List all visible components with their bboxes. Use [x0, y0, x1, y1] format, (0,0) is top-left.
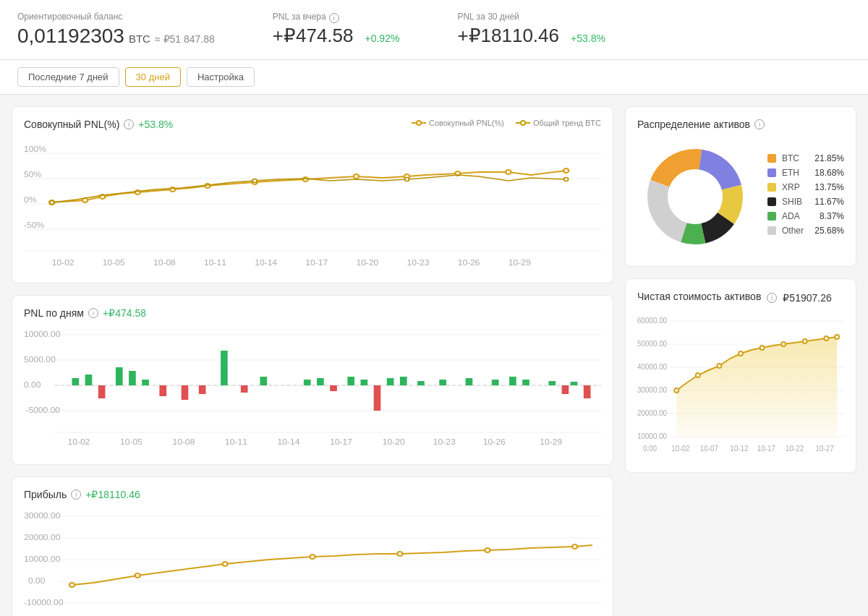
legend-name-other: Other — [782, 226, 809, 236]
svg-point-112 — [222, 562, 227, 566]
filter-custom[interactable]: Настройка — [187, 67, 255, 87]
pnl-yesterday-value: +₽474.58 — [273, 25, 354, 47]
balance-rub: ≈ ₽51 847.88 — [155, 33, 215, 45]
svg-text:10-17: 10-17 — [305, 259, 328, 267]
svg-rect-65 — [221, 351, 228, 385]
svg-rect-83 — [182, 385, 189, 400]
filter-30days[interactable]: 30 дней — [125, 67, 181, 87]
pnl-30-section: PNL за 30 дней +₽18110.46 +53.8% — [457, 12, 605, 47]
pnl-pct-title: Совокупный PNL(%) i +53.8% — [24, 119, 173, 130]
svg-text:10-23: 10-23 — [433, 438, 456, 446]
svg-text:30000.00: 30000.00 — [637, 386, 668, 394]
net-assets-value: ₽51907.26 — [783, 292, 831, 304]
svg-rect-84 — [199, 385, 206, 394]
net-assets-title-row: Чистая стоимость активов i ₽51907.26 — [637, 291, 844, 305]
balance-currency: BTC — [129, 33, 150, 45]
svg-text:10-23: 10-23 — [407, 259, 430, 267]
svg-point-35 — [563, 168, 569, 173]
legend-color-eth — [767, 168, 776, 177]
pnl-pct-info-icon[interactable]: i — [124, 119, 134, 129]
svg-text:30000.00: 30000.00 — [24, 512, 60, 520]
svg-point-113 — [310, 555, 315, 559]
legend-name-shib: SHIB — [782, 197, 809, 207]
svg-rect-70 — [361, 380, 368, 385]
legend-row-shib: SHIB 11.67% — [767, 197, 844, 207]
legend-row-ada: ADA 8.37% — [767, 211, 844, 221]
legend-row-eth: ETH 18.68% — [767, 168, 844, 178]
svg-rect-68 — [317, 378, 324, 385]
svg-text:10-26: 10-26 — [458, 259, 480, 267]
svg-text:10000.00: 10000.00 — [24, 555, 60, 563]
svg-point-3 — [521, 121, 525, 125]
legend-color-xrp — [767, 183, 776, 192]
svg-text:10-20: 10-20 — [383, 438, 405, 446]
svg-point-146 — [739, 351, 743, 356]
legend-name-eth: ETH — [782, 168, 809, 178]
left-column: Совокупный PNL(%) i +53.8% Совокупный PN… — [12, 106, 613, 616]
svg-rect-67 — [304, 380, 311, 385]
svg-text:100%: 100% — [24, 145, 46, 153]
svg-rect-74 — [439, 380, 446, 385]
svg-text:10-08: 10-08 — [153, 259, 176, 267]
svg-text:50%: 50% — [24, 171, 41, 179]
pnl-yesterday-info-icon[interactable]: i — [329, 13, 339, 23]
legend-pct-shib: 11.67% — [814, 197, 844, 207]
svg-point-37 — [252, 179, 257, 183]
svg-text:10-29: 10-29 — [540, 438, 562, 446]
svg-point-149 — [803, 339, 807, 343]
svg-text:10-11: 10-11 — [225, 438, 247, 446]
pnl-yesterday-section: PNL за вчера i +₽474.58 +0.92% — [273, 12, 400, 47]
svg-text:20000.00: 20000.00 — [637, 409, 668, 417]
profit-info-icon[interactable]: i — [71, 489, 81, 500]
pnl-yesterday-label: PNL за вчера — [273, 12, 326, 22]
pnl-pct-legend: Совокупный PNL(%) Общий тренд BTC — [412, 119, 601, 127]
legend-pct-ada: 8.37% — [820, 211, 844, 221]
balance-label: Ориентировочный баланс — [17, 12, 215, 22]
svg-text:10-14: 10-14 — [255, 259, 277, 267]
svg-rect-82 — [159, 385, 166, 396]
filter-7days[interactable]: Последние 7 дней — [17, 67, 119, 87]
svg-point-38 — [405, 178, 409, 181]
svg-text:50000.00: 50000.00 — [637, 340, 668, 348]
svg-text:10-08: 10-08 — [173, 438, 195, 446]
net-assets-chart: 60000.00 50000.00 40000.00 30000.00 2000… — [637, 314, 844, 461]
assets-info-icon[interactable]: i — [754, 119, 765, 129]
net-assets-info-icon[interactable]: i — [767, 293, 777, 303]
svg-text:10-02: 10-02 — [67, 438, 90, 446]
svg-text:10-20: 10-20 — [356, 259, 378, 267]
legend-pct-xrp: 13.75% — [814, 182, 844, 192]
svg-point-31 — [354, 174, 359, 179]
svg-rect-78 — [522, 380, 529, 385]
svg-rect-76 — [492, 380, 499, 385]
legend-row-other: Other 25.68% — [767, 226, 844, 236]
balance-btc-value: 0,01192303 — [17, 25, 124, 48]
svg-rect-80 — [571, 382, 578, 385]
svg-text:5000.00: 5000.00 — [24, 356, 56, 364]
legend-pnl: Совокупный PNL(%) — [412, 119, 504, 127]
svg-text:0%: 0% — [24, 196, 37, 204]
pnl-pct-card: Совокупный PNL(%) i +53.8% Совокупный PN… — [12, 106, 613, 283]
svg-rect-87 — [374, 385, 381, 411]
svg-point-115 — [485, 548, 490, 552]
svg-text:0.00: 0.00 — [643, 445, 658, 453]
svg-text:20000.00: 20000.00 — [24, 534, 60, 542]
svg-rect-61 — [85, 375, 93, 385]
svg-point-116 — [572, 544, 577, 549]
pnl-days-info-icon[interactable]: i — [88, 308, 98, 318]
pnl-days-value: +₽474.58 — [103, 307, 146, 319]
legend-row-xrp: XRP 13.75% — [767, 182, 844, 192]
legend-pct-eth: 18.68% — [814, 168, 844, 178]
svg-text:10000.00: 10000.00 — [24, 330, 60, 338]
svg-point-143 — [674, 388, 678, 393]
svg-text:10-27: 10-27 — [816, 445, 835, 453]
donut-chart — [637, 139, 753, 254]
svg-point-148 — [781, 342, 786, 346]
legend-row-btc: BTC 21.85% — [767, 153, 844, 163]
main-content: Совокупный PNL(%) i +53.8% Совокупный PN… — [0, 95, 868, 616]
legend-color-btc — [767, 154, 776, 163]
svg-rect-66 — [260, 377, 267, 385]
pnl-pct-value: +53.8% — [138, 119, 173, 130]
svg-text:-10000.00: -10000.00 — [24, 599, 63, 607]
svg-point-150 — [824, 336, 828, 341]
legend-name-ada: ADA — [782, 211, 814, 221]
